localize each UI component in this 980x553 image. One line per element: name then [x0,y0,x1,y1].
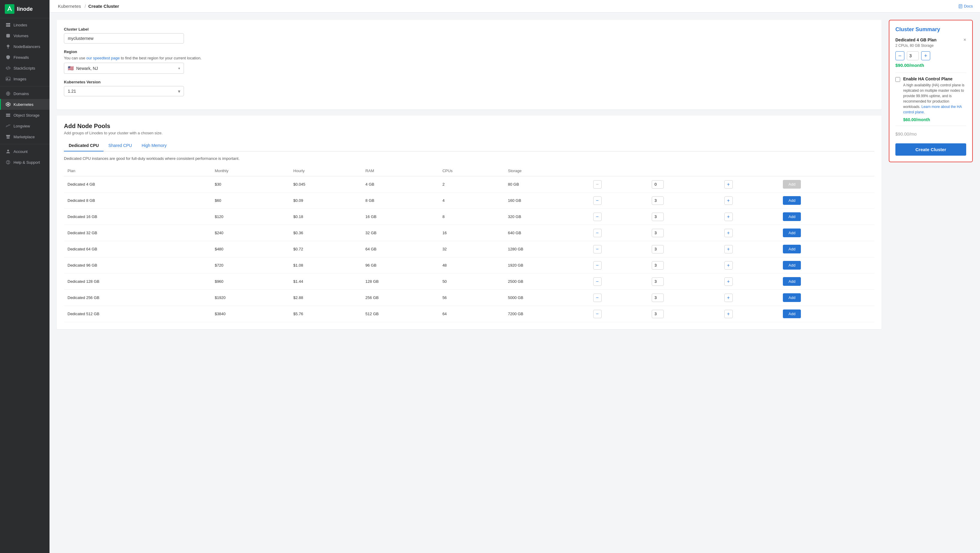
summary-decrement-button[interactable]: − [896,51,904,60]
cell-increment: + [721,273,780,290]
cluster-label-label: Cluster Label [64,27,874,32]
sidebar-item-longview[interactable]: Longview [0,121,49,131]
qty-input[interactable] [652,277,664,286]
increment-button[interactable]: + [724,180,733,189]
qty-input[interactable] [652,229,664,237]
sidebar-label-kubernetes: Kubernetes [13,102,33,107]
qty-input[interactable] [652,196,664,205]
cell-monthly: $240 [211,225,290,241]
create-cluster-button[interactable]: Create Cluster [896,143,966,156]
cell-plan: Dedicated 256 GB [64,290,211,306]
ha-description: A high availability (HA) control plane i… [903,83,966,115]
add-button[interactable]: Add [783,293,801,302]
cell-increment: + [721,290,780,306]
increment-button[interactable]: + [724,229,733,237]
cell-qty [648,192,721,209]
cell-cpus: 8 [439,209,504,225]
increment-button[interactable]: + [724,310,733,318]
sidebar-label-help: Help & Support [13,160,40,165]
database-icon [6,33,11,38]
cell-qty [648,241,721,257]
col-hourly: Hourly [290,165,362,176]
cell-add: Add [779,241,874,257]
logo: linode [0,0,49,18]
qty-input[interactable] [652,245,664,253]
summary-increment-button[interactable]: + [921,51,930,60]
decrement-button[interactable]: − [593,310,601,318]
breadcrumb-parent[interactable]: Kubernetes [58,3,81,9]
decrement-button[interactable]: − [593,261,601,270]
sidebar-label-firewalls: Firewalls [13,55,29,60]
decrement-button[interactable]: − [593,229,601,237]
summary-qty-input[interactable] [907,51,919,60]
cell-decrement: − [590,176,648,192]
marketplace-icon [6,134,11,139]
decrement-button[interactable]: − [593,245,601,253]
cell-plan: Dedicated 8 GB [64,192,211,209]
cluster-summary-panel: Cluster Summary Dedicated 4 GB Plan × 2 … [889,20,973,162]
sidebar-item-help[interactable]: Help & Support [0,157,49,168]
add-button[interactable]: Add [783,310,801,318]
add-button[interactable]: Add [783,245,801,253]
increment-button[interactable]: + [724,294,733,302]
cell-add: Add [779,192,874,209]
sidebar-item-volumes[interactable]: Volumes [0,30,49,41]
sidebar-item-account[interactable]: Account [0,146,49,157]
table-row: Dedicated 64 GB $480 $0.72 64 GB 32 1280… [64,241,874,257]
add-button[interactable]: Add [783,261,801,270]
qty-input[interactable] [652,213,664,221]
speedtest-link[interactable]: our speedtest page [86,56,120,60]
increment-button[interactable]: + [724,213,733,221]
region-value: Newark, NJ [76,66,178,71]
sidebar-item-images[interactable]: Images [0,73,49,84]
k8s-version-select[interactable]: 1.21 [64,86,184,96]
cell-hourly: $1.08 [290,257,362,273]
qty-input[interactable] [652,261,664,270]
cell-increment: + [721,209,780,225]
qty-input[interactable] [652,180,664,189]
decrement-button[interactable]: − [593,180,601,189]
sidebar-item-firewalls[interactable]: Firewalls [0,52,49,63]
increment-button[interactable]: + [724,277,733,286]
add-button[interactable]: Add [783,212,801,221]
tab-high-memory[interactable]: High Memory [137,140,171,151]
summary-total: $90.00/mo [896,130,966,137]
cell-add: Add [779,290,874,306]
cell-storage: 320 GB [504,209,590,225]
decrement-button[interactable]: − [593,196,601,205]
increment-button[interactable]: + [724,261,733,270]
sidebar-item-stackscripts[interactable]: StackScripts [0,63,49,73]
ha-checkbox[interactable] [896,77,900,82]
qty-input[interactable] [652,310,664,318]
sidebar-item-linodes[interactable]: Linodes [0,19,49,30]
summary-qty-row: − + [896,51,966,60]
add-button[interactable]: Add [783,196,801,205]
sidebar-item-marketplace[interactable]: Marketplace [0,131,49,142]
cell-qty [648,290,721,306]
qty-input[interactable] [652,294,664,302]
k8s-version-label: Kubernetes Version [64,80,874,84]
cluster-label-input[interactable] [64,33,184,43]
increment-button[interactable]: + [724,196,733,205]
sidebar-item-kubernetes[interactable]: Kubernetes [0,99,49,110]
docs-link[interactable]: Docs [958,4,973,8]
region-select[interactable]: 🇺🇸 Newark, NJ ▾ [64,63,184,74]
sidebar-item-domains[interactable]: Domains [0,88,49,99]
cell-hourly: $5.76 [290,306,362,322]
summary-close-button[interactable]: × [964,38,966,42]
decrement-button[interactable]: − [593,213,601,221]
sidebar-item-nodebalancers[interactable]: NodeBalancers [0,41,49,52]
add-button[interactable]: Add [783,229,801,237]
sidebar-item-object-storage[interactable]: Object Storage [0,110,49,121]
decrement-button[interactable]: − [593,277,601,286]
region-chevron-icon: ▾ [178,66,180,70]
cell-increment: + [721,176,780,192]
tab-shared-cpu[interactable]: Shared CPU [103,140,137,151]
cell-decrement: − [590,257,648,273]
decrement-button[interactable]: − [593,294,601,302]
summary-total-price: $90.00 [896,131,909,137]
tab-dedicated-cpu[interactable]: Dedicated CPU [64,140,103,151]
increment-button[interactable]: + [724,245,733,253]
add-button[interactable]: Add [783,277,801,286]
cell-qty [648,257,721,273]
